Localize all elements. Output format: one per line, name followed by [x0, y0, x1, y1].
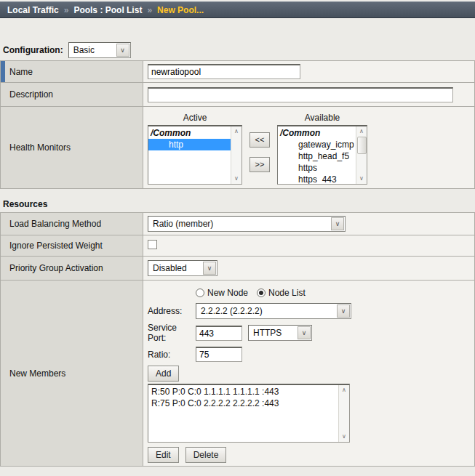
- required-field-bar: [1, 61, 5, 82]
- scroll-up-icon[interactable]: ∧: [339, 385, 350, 395]
- active-list-header: Active: [148, 113, 242, 123]
- edit-member-button[interactable]: Edit: [148, 447, 179, 463]
- active-monitor-option[interactable]: /Common: [148, 127, 231, 139]
- available-monitor-option[interactable]: gateway_icmp: [278, 139, 356, 150]
- table-row: Health Monitors Active /Commonhttp ∧ ∨ <…: [1, 107, 475, 189]
- members-list-scrollbar[interactable]: ∧ ∨: [338, 385, 349, 442]
- scroll-down-icon[interactable]: ∨: [356, 174, 367, 184]
- address-select[interactable]: 2.2.2.2 (2.2.2.2) ∨: [196, 303, 351, 319]
- service-select-value: HTTPS: [249, 328, 298, 338]
- breadcrumb-item-local-traffic[interactable]: Local Traffic: [7, 5, 59, 15]
- active-list-scrollbar[interactable]: ∧ ∨: [231, 126, 242, 184]
- ratio-row: Ratio:: [148, 347, 470, 362]
- description-label-cell: Description: [1, 83, 143, 107]
- available-monitor-option[interactable]: https: [278, 162, 356, 174]
- configuration-row: Configuration: Basic ∨: [3, 41, 475, 59]
- chevron-down-icon[interactable]: ∨: [203, 262, 216, 275]
- ignore-persisted-weight-label: Ignore Persisted Weight: [9, 241, 103, 251]
- active-monitors-listbox[interactable]: /Commonhttp ∧ ∨: [148, 125, 242, 185]
- load-balancing-value-cell: Ratio (member) ∨: [143, 213, 475, 235]
- address-select-value: 2.2.2.2 (2.2.2.2): [196, 306, 337, 316]
- ignore-persisted-weight-value-cell: [143, 235, 475, 257]
- load-balancing-select[interactable]: Ratio (member) ∨: [148, 216, 346, 232]
- node-source-radio-group: New Node Node List: [196, 288, 470, 298]
- resources-table: Load Balancing Method Ratio (member) ∨ I…: [0, 212, 475, 467]
- available-monitors-listbox[interactable]: /Commongateway_icmphttp_head_f5httpshttp…: [277, 125, 367, 185]
- name-label-cell: Name: [1, 61, 143, 83]
- ignore-persisted-weight-checkbox[interactable]: [148, 240, 157, 249]
- new-members-label-cell: New Members: [1, 281, 143, 467]
- ratio-input[interactable]: [196, 347, 242, 362]
- priority-group-label-cell: Priority Group Activation: [1, 257, 143, 281]
- scrollbar-thumb[interactable]: [357, 137, 367, 154]
- available-monitor-option[interactable]: https_443: [278, 174, 356, 184]
- delete-member-button[interactable]: Delete: [185, 447, 227, 463]
- description-input[interactable]: [148, 87, 453, 102]
- ignore-persisted-weight-label-cell: Ignore Persisted Weight: [1, 235, 143, 257]
- member-list-item[interactable]: R:75 P:0 C:0 2.2.2.2 2.2.2.2 :443: [148, 398, 338, 409]
- active-monitor-option[interactable]: http: [148, 139, 231, 150]
- new-members-label: New Members: [9, 368, 65, 379]
- chevron-down-icon[interactable]: ∨: [337, 304, 350, 318]
- configuration-select[interactable]: Basic ∨: [68, 42, 131, 58]
- service-port-row: Service Port: HTTPS ∨: [148, 323, 470, 343]
- new-node-radio[interactable]: [196, 289, 204, 297]
- table-row: Name: [1, 61, 475, 83]
- node-list-radio[interactable]: [257, 289, 266, 297]
- chevron-down-icon[interactable]: ∨: [298, 326, 311, 339]
- available-list-header: Available: [277, 113, 367, 123]
- health-monitors-value-cell: Active /Commonhttp ∧ ∨ << >> Available: [143, 107, 475, 189]
- new-members-form: New Node Node List Address: 2.2.2.2 (2.2…: [148, 285, 470, 463]
- node-list-radio-label: Node List: [268, 288, 306, 298]
- table-row: Load Balancing Method Ratio (member) ∨: [1, 213, 475, 235]
- member-list-item[interactable]: R:50 P:0 C:0 1.1.1.1 1.1.1.1 :443: [148, 386, 338, 398]
- move-to-available-button[interactable]: >>: [250, 157, 271, 172]
- add-member-button[interactable]: Add: [148, 366, 179, 382]
- breadcrumb-item-new-pool: New Pool...: [157, 5, 204, 15]
- configuration-select-value: Basic: [69, 45, 116, 55]
- address-row: Address: 2.2.2.2 (2.2.2.2) ∨: [148, 303, 470, 319]
- name-input[interactable]: [148, 64, 300, 79]
- breadcrumb-item-pool-list[interactable]: Pools : Pool List: [73, 5, 142, 15]
- scroll-up-icon[interactable]: ∧: [356, 126, 367, 137]
- chevron-down-icon[interactable]: ∨: [116, 44, 129, 57]
- priority-group-label: Priority Group Activation: [9, 263, 103, 273]
- health-monitors-label-cell: Health Monitors: [1, 107, 143, 189]
- member-actions: Edit Delete: [148, 447, 470, 463]
- priority-group-value-cell: Disabled ∨: [143, 257, 475, 281]
- configuration-label: Configuration:: [3, 45, 63, 55]
- members-listbox[interactable]: R:50 P:0 C:0 1.1.1.1 1.1.1.1 :443R:75 P:…: [148, 384, 350, 443]
- available-list-scrollbar[interactable]: ∧ ∨: [356, 126, 367, 184]
- health-monitors-dual-list: Active /Commonhttp ∧ ∨ << >> Available: [148, 111, 470, 185]
- health-monitors-label: Health Monitors: [9, 142, 71, 153]
- chevron-down-icon[interactable]: ∨: [331, 217, 344, 230]
- table-row: Description: [1, 83, 475, 107]
- table-row: Priority Group Activation Disabled ∨: [1, 257, 475, 281]
- available-monitor-option[interactable]: /Common: [278, 127, 356, 139]
- priority-group-select[interactable]: Disabled ∨: [148, 260, 217, 276]
- breadcrumb-separator-icon: »: [64, 5, 69, 15]
- table-row: New Members New Node Node List Address: …: [1, 281, 475, 467]
- service-port-input[interactable]: [196, 326, 242, 341]
- available-monitors-column: Available /Commongateway_icmphttp_head_f…: [277, 113, 367, 185]
- table-row: Ignore Persisted Weight: [1, 235, 475, 257]
- ratio-label: Ratio:: [148, 350, 196, 360]
- active-monitors-column: Active /Commonhttp ∧ ∨: [148, 113, 242, 185]
- monitor-move-buttons: << >>: [242, 132, 277, 172]
- service-port-label: Service Port:: [148, 323, 196, 343]
- move-to-active-button[interactable]: <<: [250, 132, 271, 148]
- scroll-down-icon[interactable]: ∨: [339, 432, 350, 442]
- breadcrumb: Local Traffic » Pools : Pool List » New …: [0, 1, 475, 18]
- scroll-up-icon[interactable]: ∧: [231, 126, 242, 137]
- general-properties-table: Name Description Health Monitors Active …: [0, 60, 475, 189]
- description-label: Description: [9, 89, 53, 100]
- scroll-down-icon[interactable]: ∨: [231, 174, 242, 184]
- breadcrumb-separator-icon: »: [147, 5, 152, 15]
- available-monitor-option[interactable]: http_head_f5: [278, 150, 356, 162]
- address-label: Address:: [148, 306, 196, 316]
- name-value-cell: [143, 61, 475, 83]
- new-node-radio-label: New Node: [207, 288, 248, 298]
- service-select[interactable]: HTTPS ∨: [248, 325, 312, 341]
- priority-group-select-value: Disabled: [148, 263, 203, 273]
- load-balancing-label: Load Balancing Method: [9, 219, 101, 229]
